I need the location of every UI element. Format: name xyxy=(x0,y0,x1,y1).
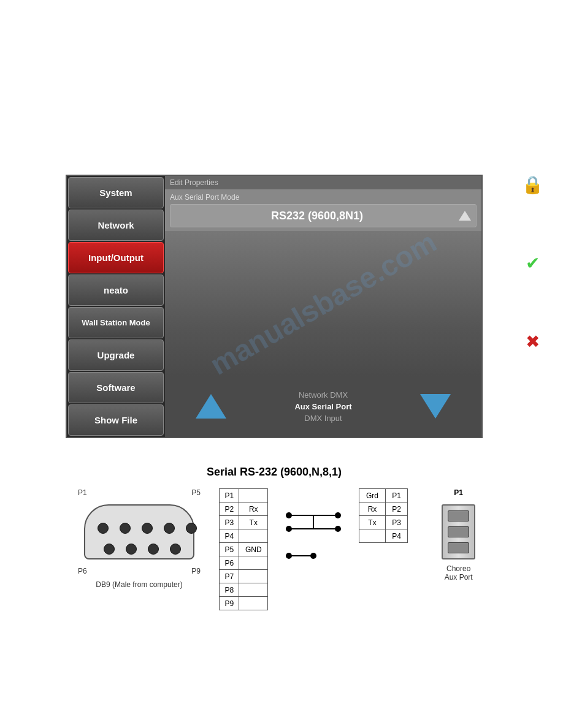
sidebar-item-input-output[interactable]: Input/Output xyxy=(68,242,164,273)
db9-pins-row1 xyxy=(98,523,197,534)
choreo-container: P1 Choreo Aux Port xyxy=(440,488,477,582)
scroll-down-button[interactable] xyxy=(420,394,451,419)
diagram-section: Serial RS-232 (9600,N,8,1) P1 P5 xyxy=(66,466,483,610)
choreo-slot-3 xyxy=(448,542,469,553)
exit-button[interactable]: ✖ Exit xyxy=(517,332,548,368)
right-pin-table-container: GrdP1 RxP2 TxP3 P4 xyxy=(359,488,408,543)
lock-label: Lock xyxy=(524,196,540,205)
sidebar-item-system[interactable]: System xyxy=(68,177,164,208)
choreo-slot-1 xyxy=(448,510,469,521)
diagram-content: P1 P5 xyxy=(66,488,483,610)
choreo-slot-2 xyxy=(448,526,469,537)
db9-pin xyxy=(98,523,109,534)
ui-panel: System Network Input/Output neato Wall S… xyxy=(66,175,483,438)
db9-description: DB9 (Male from computer) xyxy=(96,580,182,589)
dropdown-arrow-up-icon[interactable] xyxy=(459,211,471,221)
sidebar-item-network[interactable]: Network xyxy=(68,210,164,241)
table-row: P7 xyxy=(220,570,268,583)
svg-point-8 xyxy=(335,526,341,532)
db9-label-p9: P9 xyxy=(191,567,201,575)
exit-label: Exit xyxy=(526,352,538,360)
apply-icon: ✔ xyxy=(526,253,540,273)
right-pin-table: GrdP1 RxP2 TxP3 P4 xyxy=(359,488,408,543)
db9-pin xyxy=(148,544,159,555)
choreo-p1-label: P1 xyxy=(454,488,463,497)
sidebar-item-wall-station-mode[interactable]: Wall Station Mode xyxy=(68,307,164,338)
left-pin-table: P1 P2Rx P3Tx P4 P5GND P6 P7 P8 P9 xyxy=(219,488,268,610)
lock-button[interactable]: 🔒 Lock xyxy=(517,175,548,211)
wiring-diagram xyxy=(283,488,344,610)
db9-pin xyxy=(126,544,137,555)
watermark: manualsbase.com xyxy=(204,225,442,382)
table-row: P6 xyxy=(220,556,268,570)
port-item-dmx-input[interactable]: DMX Input xyxy=(304,414,342,423)
table-row: P1 xyxy=(220,489,268,502)
table-row: P8 xyxy=(220,583,268,597)
sidebar-item-show-file[interactable]: Show File xyxy=(68,404,164,436)
table-row: TxP3 xyxy=(359,516,408,529)
port-list: Network DMX Aux Serial Port DMX Input xyxy=(226,390,420,423)
db9-pin xyxy=(142,523,153,534)
sidebar-item-neato[interactable]: neato xyxy=(68,275,164,306)
db9-pin xyxy=(170,544,181,555)
middle-area: manualsbase.com xyxy=(165,231,481,376)
right-controls: 🔒 Lock ✔ Apply ✖ Exit xyxy=(517,175,548,368)
db9-label-p6: P6 xyxy=(78,567,87,575)
db9-pin xyxy=(164,523,175,534)
db9-pins-row2 xyxy=(104,544,181,555)
dropdown-value: RS232 (9600,8N1) xyxy=(175,210,459,222)
db9-container: P1 P5 xyxy=(72,488,207,589)
choreo-connector xyxy=(442,504,475,559)
edit-properties-label: Edit Properties xyxy=(165,176,481,189)
table-row: P4 xyxy=(220,529,268,543)
dropdown-box[interactable]: RS232 (9600,8N1) xyxy=(170,204,477,227)
table-row: GrdP1 xyxy=(359,489,408,502)
apply-button[interactable]: ✔ Apply xyxy=(517,253,548,290)
left-pin-table-container: P1 P2Rx P3Tx P4 P5GND P6 P7 P8 P9 xyxy=(219,488,268,610)
svg-point-5 xyxy=(335,512,341,518)
svg-point-11 xyxy=(310,553,316,559)
apply-label: Apply xyxy=(523,273,542,282)
db9-label-p1: P1 xyxy=(78,488,87,497)
sidebar-item-upgrade[interactable]: Upgrade xyxy=(68,339,164,371)
table-row: P9 xyxy=(220,597,268,610)
sidebar-item-software[interactable]: Software xyxy=(68,372,164,403)
sidebar: System Network Input/Output neato Wall S… xyxy=(67,176,165,437)
table-row: P5GND xyxy=(220,543,268,556)
dropdown-label: Aux Serial Port Mode xyxy=(170,193,477,202)
port-item-aux-serial[interactable]: Aux Serial Port xyxy=(294,402,351,411)
table-row: P3Tx xyxy=(220,516,268,529)
db9-pin xyxy=(186,523,197,534)
db9-pin xyxy=(104,544,115,555)
bottom-bar: Network DMX Aux Serial Port DMX Input xyxy=(165,376,481,437)
db9-body xyxy=(84,504,194,559)
dropdown-area: Aux Serial Port Mode RS232 (9600,8N1) xyxy=(165,189,481,231)
diagram-title: Serial RS-232 (9600,N,8,1) xyxy=(66,466,483,479)
port-item-network-dmx[interactable]: Network DMX xyxy=(299,390,348,400)
exit-icon: ✖ xyxy=(526,332,540,352)
db9-connector xyxy=(78,498,201,566)
table-row: RxP2 xyxy=(359,502,408,516)
main-content: Edit Properties Aux Serial Port Mode RS2… xyxy=(165,176,481,437)
table-row: P4 xyxy=(359,529,408,543)
scroll-up-button[interactable] xyxy=(196,394,226,419)
choreo-description: Choreo Aux Port xyxy=(440,564,477,582)
lock-icon: 🔒 xyxy=(522,175,543,195)
db9-label-p5: P5 xyxy=(191,488,201,497)
table-row: P2Rx xyxy=(220,502,268,516)
wiring-svg xyxy=(283,488,344,610)
db9-pin xyxy=(120,523,131,534)
